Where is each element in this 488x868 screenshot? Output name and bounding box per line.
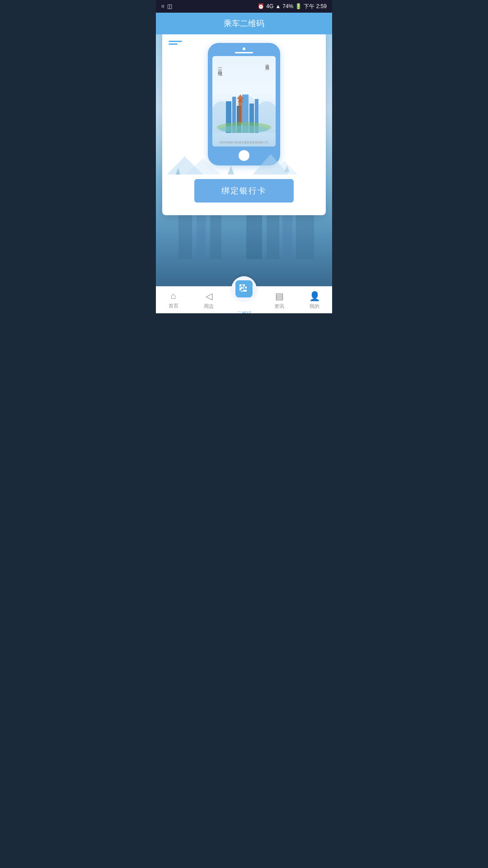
signal-text: 4G xyxy=(266,3,273,9)
nav-label-qrcode: 二维码 xyxy=(237,310,252,314)
status-left: ⌗ ◫ xyxy=(161,3,172,9)
svg-marker-27 xyxy=(228,165,234,175)
nav-label-mine: 我的 xyxy=(310,303,319,310)
svg-rect-26 xyxy=(177,174,179,175)
bottom-nav: ⌂ 首页 ◁ 周边 xyxy=(156,286,332,313)
status-right: ⏰ 4G ▲ 74% 🔋 下午 2:59 xyxy=(258,3,327,10)
phone-screen: 一路一城 幸福温州 xyxy=(212,56,276,146)
svg-rect-37 xyxy=(242,288,243,289)
svg-rect-36 xyxy=(239,288,241,290)
nav-item-nearby[interactable]: ◁ 周边 xyxy=(191,291,226,310)
svg-rect-41 xyxy=(245,290,247,292)
news-icon: ▤ xyxy=(275,291,284,302)
deco-left-2 xyxy=(169,43,178,45)
alarm-icon: ⏰ xyxy=(258,3,264,9)
nav-item-qrcode[interactable]: 二维码 xyxy=(226,283,262,314)
svg-rect-32 xyxy=(239,287,240,288)
battery-text: 74% xyxy=(282,3,293,9)
svg-rect-42 xyxy=(243,288,244,289)
qr-icon xyxy=(239,283,249,294)
svg-rect-31 xyxy=(243,284,245,286)
battery-icon: 🔋 xyxy=(295,3,302,9)
company-text: 温州市铁路与轨道交通投资集团有限公司 xyxy=(212,141,276,145)
page-title: 乘车二维码 xyxy=(224,18,264,29)
home-icon: ⌂ xyxy=(171,291,176,301)
svg-rect-34 xyxy=(243,287,244,288)
qr-inner xyxy=(235,280,253,297)
deco-left-1 xyxy=(169,41,182,42)
svg-rect-35 xyxy=(245,287,247,288)
svg-rect-16 xyxy=(239,99,242,124)
svg-rect-6 xyxy=(296,209,314,259)
phone-speaker xyxy=(235,52,253,53)
phone-text-left: 一路一城 xyxy=(216,65,223,69)
svg-rect-40 xyxy=(241,291,243,292)
nav-label-news: 资讯 xyxy=(274,303,284,310)
time-text: 下午 2:59 xyxy=(304,3,327,10)
nav-item-mine[interactable]: 👤 我的 xyxy=(297,291,332,310)
status-bar: ⌗ ◫ ⏰ 4G ▲ 74% 🔋 下午 2:59 xyxy=(156,0,332,13)
nav-bar: 乘车二维码 xyxy=(156,13,332,34)
activity-icon: ⌗ xyxy=(161,3,164,9)
bind-bank-card-button[interactable]: 绑定银行卡 xyxy=(194,179,294,203)
phone-text-right: 幸福温州 xyxy=(264,61,271,64)
signal-icon: ▲ xyxy=(275,3,281,9)
mine-icon: 👤 xyxy=(309,291,320,302)
svg-point-20 xyxy=(219,126,269,133)
phone-cityscape xyxy=(212,79,276,133)
nav-item-news[interactable]: ▤ 资讯 xyxy=(262,291,297,310)
nav-label-nearby: 周边 xyxy=(204,303,214,310)
svg-rect-39 xyxy=(239,290,240,291)
phone-screen-inner: 一路一城 幸福温州 xyxy=(212,56,276,146)
card-mountains xyxy=(162,147,307,175)
card-deco-left xyxy=(169,41,182,45)
svg-rect-29 xyxy=(239,284,241,286)
nav-label-home: 首页 xyxy=(169,302,178,309)
nav-item-home[interactable]: ⌂ 首页 xyxy=(156,291,191,309)
svg-rect-30 xyxy=(242,284,243,285)
phone-camera xyxy=(243,47,245,50)
qr-center-button[interactable] xyxy=(231,276,257,302)
nearby-icon: ◁ xyxy=(206,291,212,302)
svg-rect-38 xyxy=(243,290,245,292)
main-card: 告别买票 手机进闸 一路一城 幸福温州 xyxy=(162,9,326,215)
screenshot-icon: ◫ xyxy=(167,3,172,9)
